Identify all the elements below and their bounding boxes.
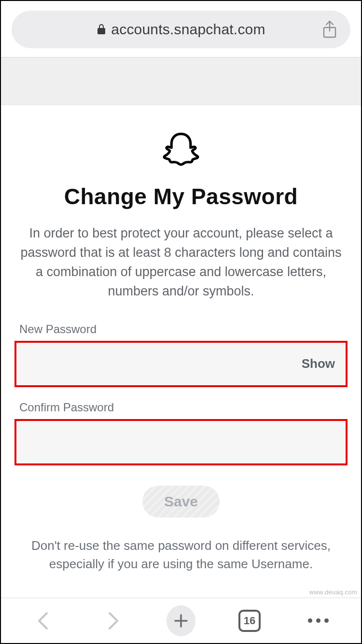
password-form: New Password Show Confirm Password Save [14, 322, 348, 518]
address-bar-url: accounts.snapchat.com [111, 21, 265, 38]
share-icon[interactable] [321, 20, 338, 39]
address-bar-content: accounts.snapchat.com [97, 21, 265, 38]
confirm-password-field-wrap [14, 419, 348, 465]
password-reuse-warning: Don't re-use the same password on differ… [14, 537, 348, 573]
tabs-button[interactable]: 16 [235, 606, 264, 635]
browser-bottom-bar: 16 [1, 598, 361, 643]
confirm-password-label: Confirm Password [19, 401, 348, 414]
watermark: www.deuaq.com [309, 588, 357, 596]
back-button[interactable] [29, 606, 58, 635]
new-password-label: New Password [19, 322, 348, 336]
show-password-toggle[interactable]: Show [296, 356, 335, 371]
address-bar[interactable]: accounts.snapchat.com [12, 11, 350, 48]
save-row: Save [14, 486, 348, 518]
snapchat-ghost-icon [14, 131, 348, 171]
plus-icon [167, 605, 195, 636]
more-icon [308, 618, 329, 623]
tab-count-badge: 16 [238, 610, 261, 632]
confirm-password-input[interactable] [27, 421, 335, 463]
browser-address-area: accounts.snapchat.com [1, 1, 361, 57]
new-password-field-wrap: Show [14, 341, 348, 387]
save-button[interactable]: Save [142, 486, 220, 518]
password-instructions: In order to best protect your account, p… [14, 224, 348, 301]
new-tab-button[interactable] [167, 606, 195, 635]
page-title: Change My Password [14, 183, 348, 210]
new-password-input[interactable] [27, 343, 296, 385]
lock-icon [97, 24, 106, 35]
forward-button[interactable] [98, 606, 127, 635]
more-button[interactable] [304, 606, 333, 635]
page-header-band [1, 57, 361, 105]
main-content: Change My Password In order to best prot… [1, 105, 361, 573]
